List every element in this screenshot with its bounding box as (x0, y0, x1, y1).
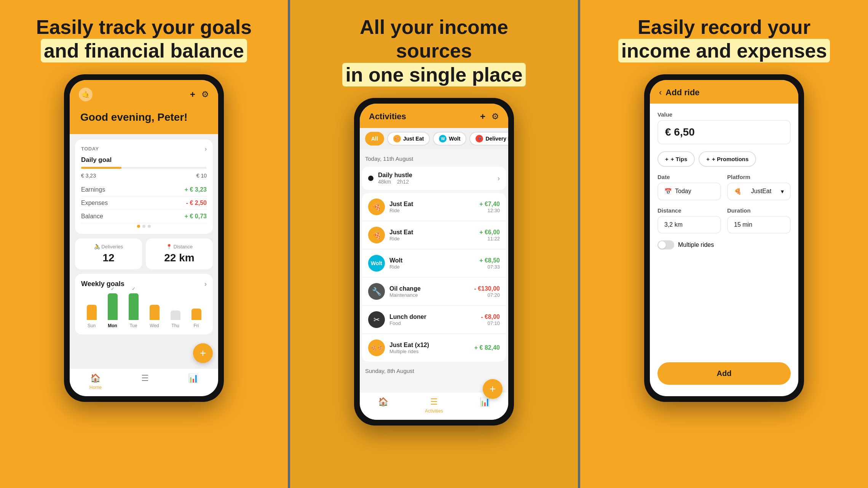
promotions-button[interactable]: + + Promotions (699, 151, 756, 167)
deliveries-card: 🚴 Deliveries 12 (75, 238, 142, 269)
date-input[interactable]: 📅 Today (657, 182, 721, 200)
bar-fri: Fri (191, 301, 201, 328)
tips-button[interactable]: + + Tips (657, 151, 695, 167)
session-name: Daily hustle (378, 172, 493, 179)
dot-3 (148, 225, 151, 228)
greeting-section: Good evening, Peter! (70, 107, 218, 134)
dot-1 (137, 225, 140, 228)
activities-fab[interactable]: + (483, 379, 503, 399)
dot-2 (142, 225, 145, 228)
je1-name: Just Eat (389, 201, 475, 208)
activities-scroll: Today, 11th August Daily hustle 48km 2h1… (360, 149, 508, 392)
wolt-right: + €8,50 07:33 (479, 257, 500, 270)
value-input[interactable]: € 6,50 (657, 120, 791, 144)
phone1-header: 🤙 + ⚙ (70, 80, 218, 107)
activity-je1[interactable]: 🍕 Just Eat Ride + €7,40 12:30 (362, 193, 506, 221)
today-card-header: TODAY › (81, 146, 207, 152)
calendar-icon: 📅 (664, 188, 672, 195)
je-multi-right: + € 82,40 (474, 344, 500, 351)
activity-list: 🍕 Just Eat Ride + €7,40 12:30 🍕 (360, 193, 508, 362)
session-dot (368, 176, 373, 181)
distance-card: 📍 Distance 22 km (146, 238, 213, 269)
duration-input[interactable]: 15 min (727, 216, 791, 234)
nav2-activities-icon: ☰ (430, 397, 438, 407)
date-label: Date (657, 174, 721, 180)
bars-container: Sun ✓ Mon ✓ Tue (81, 294, 207, 328)
weekly-title: Weekly goals (81, 280, 124, 288)
oil-amount: - €130,00 (474, 285, 500, 292)
session-stats: 48km 2h12 (378, 179, 493, 185)
phone3-header-left: ‹ Add ride (659, 88, 700, 98)
balance-label: Balance (81, 213, 103, 220)
je1-amount: + €7,40 (479, 201, 500, 208)
activities-fab-container: + (483, 379, 503, 399)
goal-label: Daily goal (81, 156, 112, 164)
plus-icon-2[interactable]: + (480, 111, 485, 122)
back-button[interactable]: ‹ (659, 88, 662, 98)
add-button[interactable]: Add (657, 362, 791, 385)
wolt-info: Wolt Ride (389, 257, 475, 270)
expenses-value: - € 2,50 (186, 200, 207, 206)
nav2-stats[interactable]: 📊 (480, 397, 490, 414)
panel-1-title: Easily track your goals and financial ba… (36, 15, 252, 63)
phone-3: ‹ Add ride Value € 6,50 + + Tips + (644, 74, 804, 402)
daily-hustle-session[interactable]: Daily hustle 48km 2h12 › (362, 166, 506, 190)
je-multi-info: Just Eat (x12) Multiple rides (389, 342, 470, 354)
wolt-time: 07:33 (479, 264, 500, 270)
fab-button[interactable]: + (193, 343, 213, 363)
filter-wolt[interactable]: W Wolt (433, 132, 466, 146)
platform-select[interactable]: 🍕 JustEat ▾ (727, 182, 791, 200)
je-multi-icon: 🍕🍕 (368, 339, 385, 356)
filter-all[interactable]: All (365, 132, 384, 146)
je-multi-amount: + € 82,40 (474, 344, 500, 351)
activity-lunch[interactable]: ✂ Lunch doner Food - €8,00 07:10 (362, 306, 506, 333)
platform-group: Platform 🍕 JustEat ▾ (727, 174, 791, 200)
oil-icon: 🔧 (368, 283, 385, 300)
expenses-label: Expenses (81, 200, 108, 206)
earnings-row: Earnings + € 3,23 (81, 183, 207, 197)
oil-info: Oil change Maintenance (389, 285, 469, 298)
bar-tue: ✓ Tue (129, 286, 139, 328)
distance-field-label: Distance (657, 207, 721, 214)
je1-right: + €7,40 12:30 (479, 201, 500, 213)
distance-input[interactable]: 3,2 km (657, 216, 721, 234)
multiple-rides-row: Multiple rides (657, 240, 791, 250)
activities-title: Activities (369, 112, 406, 122)
deliveries-value: 12 (80, 252, 137, 264)
spacer (657, 256, 791, 355)
panel-2: All your income sources in one single pl… (288, 0, 580, 488)
phone-2: Activities + ⚙ All 🍕 Just Eat W Wolt (354, 98, 514, 426)
nav-home[interactable]: 🏠 Home (89, 373, 102, 390)
multiple-rides-toggle[interactable] (657, 240, 674, 250)
activity-je2[interactable]: 🍕 Just Eat Ride + €6,00 11:22 (362, 221, 506, 249)
activity-je-multi[interactable]: 🍕🍕 Just Eat (x12) Multiple rides + € 82,… (362, 334, 506, 362)
gear-icon-2[interactable]: ⚙ (491, 112, 499, 122)
bar-thu: Thu (171, 303, 180, 328)
stats-row: 🚴 Deliveries 12 📍 Distance 22 km (75, 238, 213, 269)
filter-just-eat[interactable]: 🍕 Just Eat (387, 132, 430, 146)
je-multi-name: Just Eat (x12) (389, 342, 470, 349)
gear-icon[interactable]: ⚙ (201, 90, 209, 99)
nav2-activities[interactable]: ☰ Activities (425, 397, 443, 414)
toggle-knob (658, 241, 666, 249)
expenses-row: Expenses - € 2,50 (81, 197, 207, 210)
distance-group: Distance 3,2 km (657, 207, 721, 234)
lunch-sub: Food (389, 320, 476, 326)
deliveries-label: 🚴 Deliveries (80, 244, 137, 250)
nav2-home[interactable]: 🏠 (378, 397, 388, 414)
header-icons-2: + ⚙ (480, 111, 499, 122)
lunch-right: - €8,00 07:10 (481, 314, 500, 326)
filter-delivery-hero[interactable]: 🦸 Delivery Hero (469, 132, 508, 146)
date-value: Today (675, 188, 691, 195)
distance-value: 3,2 km (664, 221, 683, 228)
plus-icon[interactable]: + (190, 89, 195, 100)
nav-list[interactable]: ☰ (141, 373, 149, 390)
nav-stats[interactable]: 📊 (188, 373, 198, 390)
panel-1: Easily track your goals and financial ba… (0, 0, 288, 488)
activity-oil[interactable]: 🔧 Oil change Maintenance - €130,00 07:20 (362, 278, 506, 305)
lunch-time: 07:10 (481, 320, 500, 326)
app-logo: 🤙 (79, 88, 93, 101)
je1-info: Just Eat Ride (389, 201, 475, 213)
activity-wolt[interactable]: Wolt Wolt Ride + €8,50 07:33 (362, 250, 506, 277)
oil-right: - €130,00 07:20 (474, 285, 500, 298)
